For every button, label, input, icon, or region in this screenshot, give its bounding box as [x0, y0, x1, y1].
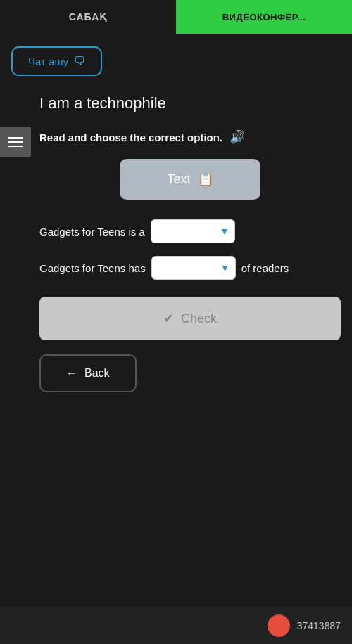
question1-select[interactable]: magazine website blog	[151, 219, 235, 243]
instruction-text: Read and choose the correct option.	[39, 131, 222, 143]
chat-button[interactable]: Чат ашу 🗨	[11, 46, 102, 76]
sabak-label: САБАҚ	[69, 11, 108, 22]
audio-icon[interactable]: 🔊	[230, 129, 245, 145]
chat-icon: 🗨	[74, 55, 85, 67]
check-button[interactable]: ✔ Check	[39, 297, 341, 340]
text-button-label: Text	[167, 172, 190, 187]
video-label: ВИДЕОКОНФЕР...	[222, 12, 306, 22]
nav-video[interactable]: ВИДЕОКОНФЕР...	[176, 0, 352, 34]
question2-dropdown-wrap: millions thousands hundreds ▼	[151, 256, 236, 280]
main-content: I am a technophile Read and choose the c…	[0, 83, 352, 418]
question1-row: Gadgets for Teens is a magazine website …	[39, 219, 341, 243]
back-button[interactable]: ← Back	[39, 354, 137, 392]
check-btn-wrap: ✔ Check	[39, 297, 341, 340]
check-icon: ✔	[163, 311, 174, 326]
back-button-label: Back	[84, 367, 110, 380]
chat-button-label: Чат ашу	[28, 56, 68, 67]
text-button[interactable]: Text 📋	[120, 159, 260, 200]
text-button-wrap: Text 📋	[39, 159, 341, 200]
chat-area: Чат ашу 🗨	[0, 34, 352, 83]
top-nav: САБАҚ ВИДЕОКОНФЕР...	[0, 0, 352, 34]
bottom-bar: 37413887	[0, 607, 352, 644]
question2-row: Gadgets for Teens has millions thousands…	[39, 256, 341, 280]
back-icon: ←	[66, 367, 77, 380]
page-title: I am a technophile	[39, 94, 341, 112]
question2-label: Gadgets for Teens has	[39, 262, 146, 274]
bottom-logo	[268, 614, 290, 637]
question1-dropdown-wrap: magazine website blog ▼	[151, 219, 235, 243]
question2-select[interactable]: millions thousands hundreds	[151, 256, 236, 280]
text-button-icon: 📋	[198, 172, 213, 187]
question2-suffix: of readers	[241, 262, 289, 274]
nav-sabak[interactable]: САБАҚ	[0, 0, 176, 34]
question1-label: Gadgets for Teens is a	[39, 226, 145, 238]
instruction-row: Read and choose the correct option. 🔊	[39, 129, 341, 145]
bottom-user-id: 37413887	[297, 620, 341, 631]
check-button-label: Check	[181, 311, 217, 326]
back-btn-wrap: ← Back	[39, 354, 341, 392]
